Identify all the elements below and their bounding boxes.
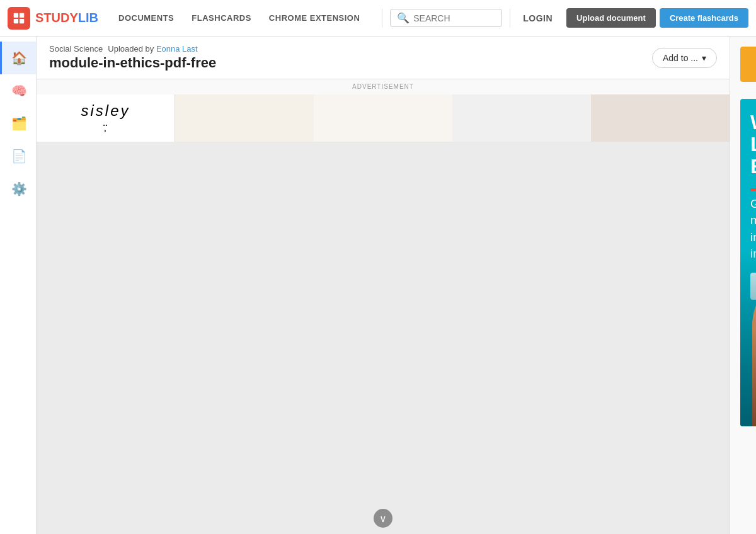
uploaded-by-text: Uploaded by Eonna Last	[108, 44, 197, 54]
ad-headline: WE SPEAKLEGAL EASY	[750, 111, 756, 178]
create-flashcards-button[interactable]: Create flashcards	[660, 8, 748, 28]
ad-image-1	[175, 94, 314, 142]
advertisement-banner: ADVERTISEMENT sisley •••	[37, 79, 730, 142]
search-icon: 🔍	[397, 12, 410, 24]
nav-documents[interactable]: DOCUMENTS	[111, 8, 181, 28]
documents-icon: 🗂️	[11, 116, 27, 131]
ad-right-label: ADVERTISEMENT i WE SPEAKLEGAL EASY Get y…	[740, 89, 756, 426]
search-area[interactable]: 🔍	[390, 9, 502, 27]
document-category: Social Science	[49, 44, 103, 54]
sidebar-item-documents[interactable]: 🗂️	[0, 107, 36, 140]
main-content: Social Science Uploaded by Eonna Last mo…	[37, 37, 730, 534]
sidebar-item-file[interactable]: 📄	[0, 140, 36, 173]
sidebar-item-brain[interactable]: 🧠	[0, 74, 36, 107]
nav-flashcards[interactable]: FLASHCARDS	[184, 8, 259, 28]
uploader-link[interactable]: Eonna Last	[156, 44, 198, 54]
nav-divider-2	[510, 9, 510, 28]
svg-rect-3	[20, 18, 24, 23]
document-category-row: Social Science Uploaded by Eonna Last	[49, 44, 216, 54]
nav-divider	[382, 9, 382, 28]
ad-person-image: ALPS	[740, 250, 756, 426]
add-to-label: Add to ...	[663, 53, 698, 63]
sisley-dots: •••	[103, 122, 108, 134]
ad-banner-label: ADVERTISEMENT	[37, 83, 730, 90]
top-navigation: STUDYLIB DOCUMENTS FLASHCARDS CHROME EXT…	[0, 0, 756, 37]
sidebar: 🏠 🧠 🗂️ 📄 ⚙️	[0, 37, 37, 534]
ad-images: sisley •••	[37, 93, 730, 142]
logo-icon	[8, 7, 30, 30]
right-panel: 📥 Download ADVERTISEMENT i WE SPEAKLEGAL…	[730, 37, 756, 534]
chevron-down-icon: ▾	[702, 53, 706, 63]
ad-image-sisley: sisley •••	[37, 94, 175, 142]
scroll-down-button[interactable]: ∨	[374, 509, 392, 528]
home-icon: 🏠	[11, 50, 27, 65]
sidebar-item-settings[interactable]: ⚙️	[0, 173, 36, 205]
logo-text: STUDYLIB	[35, 11, 98, 25]
svg-rect-2	[14, 18, 18, 23]
sisley-logo: sisley	[81, 102, 130, 120]
ad-image-3	[452, 94, 591, 142]
nav-links: DOCUMENTS FLASHCARDS CHROME EXTENSION	[111, 8, 379, 28]
document-title: module-in-ethics-pdf-free	[49, 55, 216, 71]
add-to-button[interactable]: Add to ... ▾	[652, 48, 717, 68]
ad-right-container: i WE SPEAKLEGAL EASY Get your legal malp…	[740, 99, 756, 426]
document-viewer: ∨	[37, 142, 730, 534]
sidebar-item-home[interactable]: 🏠	[0, 42, 36, 74]
login-button[interactable]: LOGIN	[513, 9, 563, 27]
nav-chrome-extension[interactable]: CHROME EXTENSION	[261, 8, 368, 28]
document-header: Social Science Uploaded by Eonna Last mo…	[37, 37, 730, 79]
ad-image-2	[314, 94, 452, 142]
page-wrapper: 🏠 🧠 🗂️ 📄 ⚙️ Social Science Uploaded by E…	[0, 37, 756, 534]
svg-rect-1	[20, 13, 24, 17]
logo[interactable]: STUDYLIB	[8, 7, 98, 30]
document-meta: Social Science Uploaded by Eonna Last mo…	[49, 44, 216, 71]
settings-icon: ⚙️	[11, 181, 27, 196]
search-input[interactable]	[413, 13, 495, 23]
ad-red-line	[750, 188, 756, 191]
chevron-down-icon: ∨	[379, 513, 387, 525]
download-button[interactable]: 📥 Download	[740, 47, 756, 82]
file-icon: 📄	[11, 149, 27, 164]
upload-document-button[interactable]: Upload document	[566, 8, 656, 28]
svg-rect-0	[14, 13, 18, 17]
brain-icon: 🧠	[11, 83, 27, 98]
ad-image-4	[591, 94, 730, 142]
